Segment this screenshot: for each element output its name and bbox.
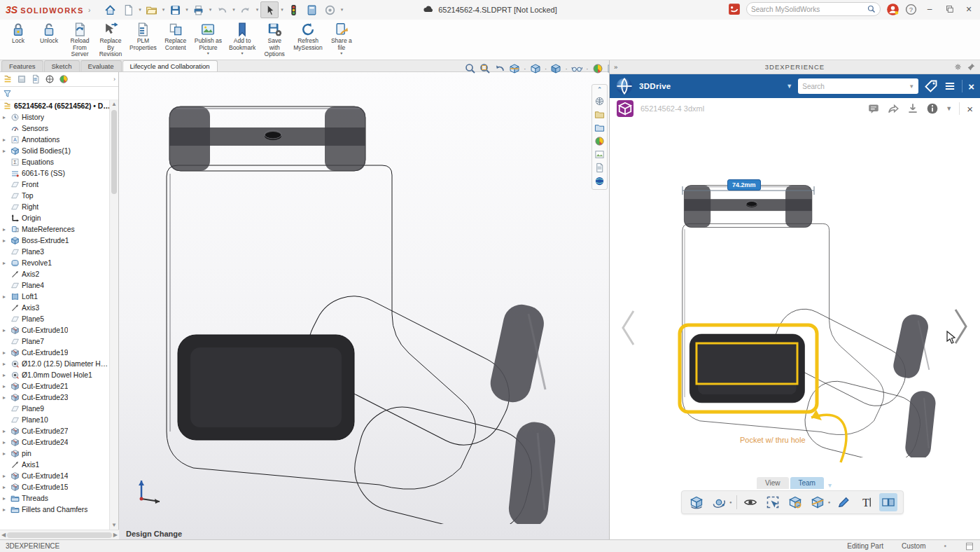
dropdown-dot[interactable]: · — [586, 64, 589, 73]
plm-button[interactable]: PLM Properties — [126, 20, 160, 51]
save-button[interactable]: Save with Options — [259, 20, 290, 58]
tab-team[interactable]: Team — [790, 477, 824, 489]
user-avatar[interactable] — [886, 3, 899, 16]
menu-expander[interactable]: › — [88, 6, 90, 14]
publish-as-button[interactable]: Publish as Picture▾ — [191, 20, 225, 55]
scroll-left-arrow[interactable]: ◀ — [1, 532, 6, 538]
tree-item[interactable]: ▸Cut-Extrude15 — [0, 481, 111, 492]
tab-sketch[interactable]: Sketch — [44, 60, 80, 71]
zoom-area-icon[interactable] — [479, 63, 491, 74]
share-a-button[interactable]: Share a file▾ — [326, 20, 357, 55]
zoom-fit-icon[interactable] — [465, 63, 476, 74]
tree-item[interactable]: ▸Boss-Extrude1 — [0, 235, 111, 246]
search-icon[interactable] — [867, 5, 876, 13]
restore-button[interactable] — [942, 4, 956, 14]
dropdown-caret[interactable]: ▾ — [241, 52, 244, 55]
expand-arrow[interactable]: ▸ — [3, 394, 8, 401]
taskpane-collapse-icon[interactable]: ⌃ — [597, 86, 603, 93]
tab-evaluate[interactable]: Evaluate — [80, 60, 122, 71]
file-properties-button[interactable] — [304, 2, 321, 18]
panel-close-icon[interactable]: × — [968, 81, 974, 92]
dropdown-caret[interactable]: ▾ — [209, 7, 212, 13]
dropdown-caret[interactable]: ▾ — [340, 52, 342, 55]
tree-item[interactable]: ▸MateReferences — [0, 223, 111, 235]
new-doc-button[interactable] — [120, 2, 136, 18]
scroll-thumb[interactable] — [111, 110, 117, 194]
scroll-up-arrow[interactable]: ▲ — [110, 100, 118, 109]
display-style-icon[interactable] — [550, 63, 561, 74]
tree-item[interactable]: ▸pin — [0, 448, 111, 459]
reload-button[interactable]: Reload From Server — [64, 20, 95, 58]
expand-arrow[interactable]: ▸ — [3, 506, 8, 513]
tree-item[interactable]: ▸Cut-Extrude24 — [0, 436, 111, 448]
expand-arrow[interactable]: ▸ — [3, 114, 8, 120]
view-orientation-icon[interactable] — [530, 63, 541, 74]
design-library-taskpane-icon[interactable] — [594, 109, 605, 120]
expand-arrow[interactable]: ▸ — [3, 350, 8, 356]
tree-item[interactable]: ▸Ø1.0mm Dowel Hole1 — [0, 369, 111, 380]
tree-item[interactable]: Plane5 — [0, 313, 111, 324]
tab-features[interactable]: Features — [1, 60, 43, 71]
expand-arrow[interactable]: ▸ — [3, 137, 8, 143]
3d-preview-area[interactable]: 74.2mm Pocket w/ thru hole — [610, 119, 980, 468]
measure-tool-button[interactable] — [786, 493, 804, 511]
hscroll-thumb[interactable] — [7, 532, 112, 538]
gear-icon[interactable] — [953, 62, 962, 71]
expand-arrow[interactable]: ▸ — [3, 372, 8, 378]
dimxpertmanager-tab[interactable] — [45, 74, 55, 84]
tab-view[interactable]: View — [757, 477, 789, 489]
tree-item[interactable]: ▸Cut-Extrude23 — [0, 392, 111, 403]
replace-button[interactable]: Replace Content — [160, 20, 191, 51]
scroll-down-arrow[interactable]: ▼ — [110, 521, 118, 530]
dropdown-caret[interactable]: ▾ — [186, 7, 188, 13]
file-explorer-taskpane-icon[interactable] — [594, 123, 605, 133]
tree-item[interactable]: Origin — [0, 212, 111, 223]
tree-item[interactable]: Plane7 — [0, 336, 111, 347]
app-chevron-icon[interactable]: ▼ — [786, 83, 792, 90]
tag-icon[interactable] — [924, 79, 938, 93]
dropdown-dot[interactable]: · — [524, 64, 526, 73]
status-sheet-icon[interactable] — [965, 541, 974, 551]
tree-vertical-scrollbar[interactable]: ▲ ▼ — [109, 100, 118, 530]
expand-arrow[interactable]: ▸ — [3, 484, 8, 490]
tree-item[interactable]: ΣEquations — [0, 156, 111, 167]
tab-lifecycle-and-collaboration[interactable]: Lifecycle and Collaboration — [122, 60, 218, 71]
expand-arrow[interactable]: ▸ — [3, 294, 8, 300]
lock-button[interactable]: Lock — [3, 20, 34, 45]
expand-arrow[interactable]: ▸ — [3, 383, 8, 389]
expand-arrow[interactable]: ▸ — [3, 361, 8, 367]
tree-item[interactable]: Sensors — [0, 123, 111, 134]
item-chevron-icon[interactable]: ▼ — [946, 105, 952, 112]
search-chevron-icon[interactable]: ▼ — [909, 83, 914, 90]
scroll-right-arrow[interactable]: ▶ — [113, 532, 118, 538]
panel-collapse-glyph[interactable]: » — [614, 63, 617, 71]
scenes-taskpane-icon[interactable] — [594, 149, 605, 160]
share-icon[interactable] — [887, 102, 899, 115]
tree-item[interactable]: Axis3 — [0, 302, 111, 313]
dropdown-dot[interactable]: · — [545, 64, 547, 73]
unlock-button[interactable]: Unlock — [34, 20, 64, 45]
tree-item[interactable]: Front — [0, 179, 111, 190]
tree-item[interactable]: Top — [0, 190, 111, 201]
tree-item[interactable]: ▸Cut-Extrude19 — [0, 347, 111, 358]
dropdown-caret[interactable]: ▾ — [281, 7, 284, 13]
home-button[interactable] — [102, 2, 118, 18]
rebuild-button[interactable] — [286, 2, 302, 18]
3dexperience-taskpane-icon[interactable] — [594, 176, 605, 186]
featuremanager-tab[interactable] — [3, 74, 13, 84]
panel-search-input[interactable]: Search ▼ — [798, 78, 918, 94]
tree-item[interactable]: ▸Cut-Extrude27 — [0, 425, 111, 436]
tree-item[interactable]: Axis1 — [0, 459, 111, 470]
tree-item[interactable]: ▸Cut-Extrude14 — [0, 470, 111, 481]
tree-item[interactable]: Right — [0, 201, 111, 212]
orbit-tool-button[interactable] — [710, 493, 728, 511]
previous-view-icon[interactable] — [494, 63, 505, 74]
tree-item[interactable]: ▸Fillets and Chamfers — [0, 504, 111, 515]
comment-icon[interactable] — [867, 102, 880, 115]
expand-arrow[interactable]: ▸ — [3, 473, 8, 479]
refresh-button[interactable]: Refresh MySession — [290, 20, 326, 51]
expand-arrow[interactable]: ▸ — [3, 237, 8, 244]
tree-item[interactable]: Plane9 — [0, 403, 111, 414]
dropdown-caret[interactable]: ▾ — [162, 7, 165, 13]
expand-arrow[interactable]: ▸ — [3, 148, 8, 154]
